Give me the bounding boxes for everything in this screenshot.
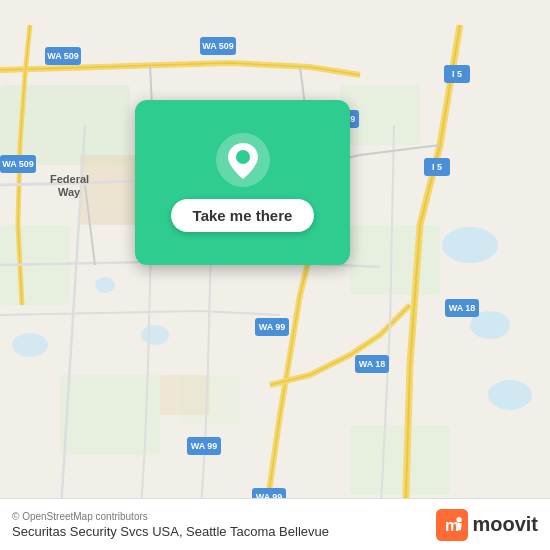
svg-text:WA 18: WA 18 xyxy=(359,359,386,369)
svg-text:WA 18: WA 18 xyxy=(449,303,476,313)
location-name: Securitas Security Svcs USA, Seattle Tac… xyxy=(12,524,329,539)
action-card: Take me there xyxy=(135,100,350,265)
svg-text:WA 99: WA 99 xyxy=(191,441,218,451)
svg-point-3 xyxy=(488,380,532,410)
map-container: WA 509 WA 509 WA 509 I 5 I 5 WA 99 WA 99… xyxy=(0,0,550,550)
moovit-logo: m moovit xyxy=(436,509,538,541)
svg-text:WA 509: WA 509 xyxy=(202,41,234,51)
svg-point-1 xyxy=(442,227,498,263)
svg-point-5 xyxy=(141,325,169,345)
svg-point-6 xyxy=(95,277,115,293)
take-me-there-button[interactable]: Take me there xyxy=(171,199,315,232)
moovit-label: moovit xyxy=(472,513,538,536)
svg-text:Way: Way xyxy=(58,186,81,198)
svg-rect-16 xyxy=(160,375,210,415)
svg-text:I 5: I 5 xyxy=(432,162,442,172)
moovit-icon: m xyxy=(436,509,468,541)
bottom-bar: © OpenStreetMap contributors Securitas S… xyxy=(0,498,550,550)
svg-rect-9 xyxy=(350,225,440,295)
bottom-left-info: © OpenStreetMap contributors Securitas S… xyxy=(12,511,329,539)
map-svg: WA 509 WA 509 WA 509 I 5 I 5 WA 99 WA 99… xyxy=(0,0,550,550)
location-pin-icon xyxy=(216,133,270,187)
svg-rect-12 xyxy=(350,425,450,495)
svg-text:WA 509: WA 509 xyxy=(47,51,79,61)
svg-point-44 xyxy=(236,150,250,164)
svg-text:WA 99: WA 99 xyxy=(259,322,286,332)
svg-point-47 xyxy=(457,517,462,522)
svg-text:WA 509: WA 509 xyxy=(2,159,34,169)
svg-text:Federal: Federal xyxy=(50,173,89,185)
svg-text:I 5: I 5 xyxy=(452,69,462,79)
attribution-text: © OpenStreetMap contributors xyxy=(12,511,329,522)
svg-point-4 xyxy=(12,333,48,357)
